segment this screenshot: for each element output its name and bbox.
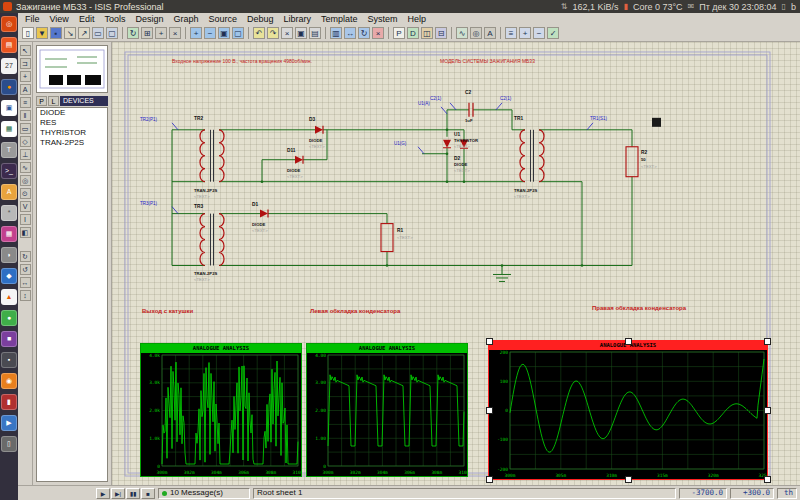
menu-tools[interactable]: Tools xyxy=(99,14,130,24)
undo-button[interactable]: ↶ xyxy=(253,27,265,39)
zoom-all-button[interactable]: ▣ xyxy=(218,27,230,39)
x-mirror-button[interactable]: ↔ xyxy=(20,277,31,288)
graph-mode-button[interactable]: ∿ xyxy=(20,162,31,173)
zoom-out-button[interactable]: − xyxy=(204,27,216,39)
menu-template[interactable]: Template xyxy=(316,14,363,24)
launcher-orange-app[interactable]: ◉ xyxy=(1,373,17,389)
import-section-button[interactable]: ↘ xyxy=(64,27,76,39)
remove-sheet-button[interactable]: − xyxy=(533,27,545,39)
message-area[interactable]: 10 Message(s) xyxy=(158,488,250,499)
electrical-check-button[interactable]: ✓ xyxy=(547,27,559,39)
launcher-blue-arrow[interactable]: ▶ xyxy=(1,415,17,431)
analysis-graph-2[interactable]: ANALOGUE ANALYSIS4.003.002.001.000300m30… xyxy=(306,343,468,477)
launcher-libreoffice-calc[interactable]: ▦ xyxy=(1,121,17,137)
launcher-gimp[interactable]: ◗ xyxy=(1,247,17,263)
y-mirror-button[interactable]: ↕ xyxy=(20,290,31,301)
launcher-terminal[interactable]: >_ xyxy=(1,163,17,179)
wire-autorouter-button[interactable]: ∿ xyxy=(456,27,468,39)
buses-mode-button[interactable]: ‖ xyxy=(20,110,31,121)
rotate-clockwise-button[interactable]: ↻ xyxy=(20,251,31,262)
launcher-libreoffice-writer[interactable]: ▣ xyxy=(1,100,17,116)
menu-edit[interactable]: Edit xyxy=(74,14,100,24)
network-icon[interactable]: ⇅ xyxy=(561,2,568,11)
print-button[interactable]: ▭ xyxy=(92,27,104,39)
cut-button[interactable]: × xyxy=(281,27,293,39)
selection-handle[interactable] xyxy=(486,407,493,414)
menu-graph[interactable]: Graph xyxy=(168,14,203,24)
wires[interactable] xyxy=(172,110,632,282)
launcher-dark-app[interactable]: ▪ xyxy=(1,352,17,368)
selection-handle[interactable] xyxy=(625,338,632,345)
menu-library[interactable]: Library xyxy=(279,14,317,24)
analysis-graph-1[interactable]: ANALOGUE ANALYSIS4.0k3.0k2.0k1.0k0300m30… xyxy=(140,343,302,477)
make-device-button[interactable]: D xyxy=(407,27,419,39)
block-delete-button[interactable]: × xyxy=(372,27,384,39)
redo-button[interactable]: ↷ xyxy=(267,27,279,39)
launcher-purple-app[interactable]: ■ xyxy=(1,331,17,347)
launcher-system-settings[interactable]: * xyxy=(1,205,17,221)
block-move-button[interactable]: ↔ xyxy=(344,27,356,39)
origin-button[interactable]: + xyxy=(155,27,167,39)
menu-source[interactable]: Source xyxy=(203,14,242,24)
pick-button[interactable]: P xyxy=(36,96,47,106)
menu-debug[interactable]: Debug xyxy=(242,14,279,24)
mail-icon[interactable]: ✉ xyxy=(688,2,695,11)
menu-help[interactable]: Help xyxy=(403,14,432,24)
device-list[interactable]: DIODERESTHYRISTORTRAN-2P2S xyxy=(36,107,108,482)
cursor-snap-button[interactable]: × xyxy=(169,27,181,39)
transformer-coils[interactable] xyxy=(200,130,544,266)
refresh-button[interactable]: ↻ xyxy=(127,27,139,39)
voltage-probe-mode-button[interactable]: V xyxy=(20,201,31,212)
launcher-calendar[interactable]: 27 xyxy=(1,58,17,74)
mark-output-area-button[interactable]: ▢ xyxy=(106,27,118,39)
pick-parts-button[interactable]: P xyxy=(393,27,405,39)
marker-box[interactable] xyxy=(652,118,661,127)
zoom-area-button[interactable]: ▢ xyxy=(232,27,244,39)
launcher-blue-app[interactable]: ◆ xyxy=(1,268,17,284)
pause-button[interactable]: ▮▮ xyxy=(126,488,140,499)
block-copy-button[interactable]: ▥ xyxy=(330,27,342,39)
launcher-calculator[interactable]: ▦ xyxy=(1,226,17,242)
zoom-in-button[interactable]: + xyxy=(190,27,202,39)
component-mode-button[interactable]: ⊐ xyxy=(20,58,31,69)
launcher-trash[interactable]: ▯ xyxy=(1,436,17,452)
capacitor-symbol[interactable] xyxy=(469,103,473,117)
resistor-R2[interactable] xyxy=(626,147,638,177)
selection-handle[interactable] xyxy=(625,476,632,483)
grid-toggle-button[interactable]: ⊞ xyxy=(141,27,153,39)
session-indicator[interactable]: b xyxy=(791,2,796,12)
menu-view[interactable]: View xyxy=(45,14,74,24)
new-design-button[interactable]: ▯ xyxy=(22,27,34,39)
save-design-button[interactable]: ▪ xyxy=(50,27,62,39)
export-section-button[interactable]: ↗ xyxy=(78,27,90,39)
subcircuit-mode-button[interactable]: ▭ xyxy=(20,123,31,134)
selection-mode-button[interactable]: ↖ xyxy=(20,45,31,56)
junction-dot-mode-button[interactable]: + xyxy=(20,71,31,82)
clock[interactable]: Пт дек 30 23:08:04 xyxy=(699,2,776,12)
selection-handle[interactable] xyxy=(764,476,771,483)
preview-pane[interactable] xyxy=(36,45,108,93)
device-item-thyristor[interactable]: THYRISTOR xyxy=(37,128,107,138)
design-explorer-button[interactable]: ≡ xyxy=(505,27,517,39)
launcher-firefox[interactable]: ● xyxy=(1,79,17,95)
packaging-tool-button[interactable]: ◫ xyxy=(421,27,433,39)
terminals-mode-button[interactable]: ◇ xyxy=(20,136,31,147)
menu-design[interactable]: Design xyxy=(130,14,168,24)
device-item-tran-2p2s[interactable]: TRAN-2P2S xyxy=(37,138,107,148)
decompose-button[interactable]: ⊟ xyxy=(435,27,447,39)
device-item-res[interactable]: RES xyxy=(37,118,107,128)
virtual-instruments-mode-button[interactable]: ◧ xyxy=(20,227,31,238)
play-button[interactable]: ▶ xyxy=(96,488,110,499)
rotate-anticlockwise-button[interactable]: ↺ xyxy=(20,264,31,275)
launcher-files[interactable]: ▤ xyxy=(1,37,17,53)
selection-handle[interactable] xyxy=(486,338,493,345)
stop-button[interactable]: ■ xyxy=(141,488,155,499)
selection-handle[interactable] xyxy=(764,338,771,345)
analysis-graph-3[interactable]: ANALOGUE ANALYSIS2001000-100-200300m305m… xyxy=(488,340,768,480)
device-pins-mode-button[interactable]: ⊥ xyxy=(20,149,31,160)
launcher-software-center[interactable]: A xyxy=(1,184,17,200)
selection-handle[interactable] xyxy=(486,476,493,483)
new-sheet-button[interactable]: + xyxy=(519,27,531,39)
library-button[interactable]: L xyxy=(48,96,59,106)
copy-button[interactable]: ▣ xyxy=(295,27,307,39)
